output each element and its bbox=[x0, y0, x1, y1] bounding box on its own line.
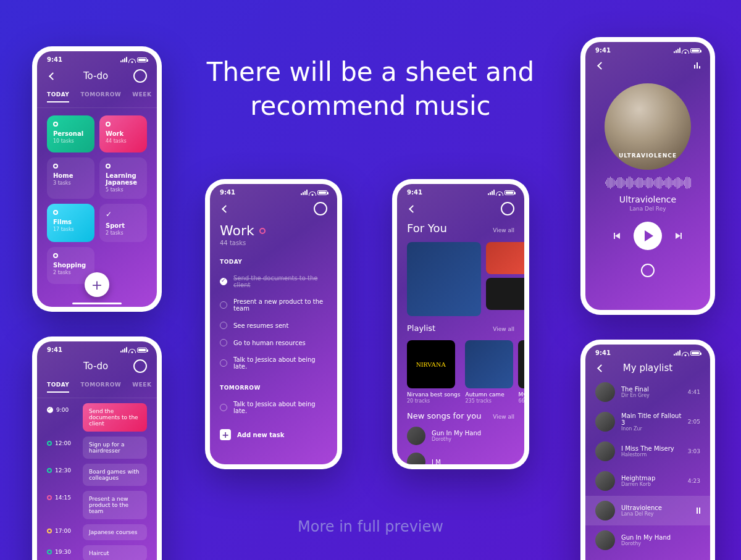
song-artist: Dorothy bbox=[432, 437, 514, 442]
category-card[interactable]: Home3 tasks bbox=[47, 157, 94, 199]
track-duration: 3:03 bbox=[688, 448, 700, 454]
timeline-row[interactable]: 9:00Send the documents to the client bbox=[47, 403, 147, 432]
checkbox-icon[interactable] bbox=[220, 322, 227, 329]
track-name: Main Title of Fallout 3 bbox=[621, 412, 682, 426]
checkbox-icon[interactable] bbox=[220, 339, 227, 346]
profile-button[interactable] bbox=[133, 359, 147, 373]
tab-today[interactable]: TODAY bbox=[47, 91, 69, 102]
album-art[interactable]: ULTRAVIOLENCE bbox=[605, 83, 691, 170]
category-card[interactable]: Work44 tasks bbox=[99, 115, 147, 153]
time-label: 17:00 bbox=[55, 528, 71, 534]
timeline-row[interactable]: 14:15Present a new product to the team bbox=[47, 491, 147, 519]
tab-today[interactable]: TODAY bbox=[47, 382, 69, 393]
status-dot-icon bbox=[47, 495, 52, 500]
status-bar: 9:41 bbox=[397, 184, 524, 198]
task-card[interactable]: Send the documents to the client bbox=[83, 403, 147, 432]
track-title: Ultraviolence bbox=[585, 194, 710, 204]
tab-tomorrow[interactable]: TOMORROW bbox=[80, 382, 121, 393]
profile-button[interactable] bbox=[501, 202, 514, 215]
profile-button[interactable] bbox=[133, 69, 147, 83]
add-task-button[interactable]: +Add new task bbox=[210, 419, 337, 450]
tabs: TODAY TOMORROW WEEK bbox=[37, 86, 157, 108]
task-card[interactable]: Present a new product to the team bbox=[83, 491, 147, 519]
task-item[interactable]: Present a new product to the team bbox=[220, 293, 327, 317]
work-subtitle: 44 tasks bbox=[220, 240, 327, 246]
task-card[interactable]: Board games with colleagues bbox=[83, 464, 147, 486]
task-item[interactable]: Talk to Jessica about being late. bbox=[220, 351, 327, 375]
waveform[interactable] bbox=[585, 176, 710, 190]
timeline-row[interactable]: 19:30Haircut bbox=[47, 545, 147, 560]
for-you-title: For You bbox=[407, 222, 447, 235]
playlist-card[interactable]: Autumn came235 tracks bbox=[465, 340, 513, 404]
task-item[interactable]: Send the documents to the client bbox=[220, 270, 327, 293]
view-all-link[interactable]: View all bbox=[493, 414, 514, 420]
category-count: 44 tasks bbox=[106, 138, 141, 144]
phone-todo-categories: 9:41 To-do TODAY TOMORROW WEEK Personal1… bbox=[32, 46, 162, 312]
category-card[interactable]: ✓Sport2 tasks bbox=[99, 204, 147, 242]
phone-player: 9:41 ULTRAVIOLENCE Ultraviolence Lana De… bbox=[580, 37, 715, 315]
timeline-row[interactable]: 12:30Board games with colleagues bbox=[47, 464, 147, 486]
tab-tomorrow[interactable]: TOMORROW bbox=[80, 91, 121, 102]
back-button[interactable] bbox=[220, 203, 231, 214]
record-button[interactable] bbox=[641, 264, 655, 277]
checkbox-icon[interactable] bbox=[220, 301, 227, 309]
checkbox-icon[interactable] bbox=[220, 404, 227, 411]
playlist-item[interactable]: Gun In My HandDorothy bbox=[585, 525, 710, 555]
category-card[interactable]: Learning Japanese5 tasks bbox=[99, 157, 147, 199]
play-button[interactable] bbox=[634, 222, 662, 250]
playlist-card[interactable]: Mys66 t bbox=[518, 340, 524, 404]
phone-todo-timeline: 9:41 To-do TODAY TOMORROW WEEK 9:00Send … bbox=[32, 336, 162, 560]
track-thumb bbox=[595, 382, 615, 402]
back-button[interactable] bbox=[595, 60, 606, 71]
task-card[interactable]: Haircut bbox=[83, 545, 147, 560]
battery-icon bbox=[137, 57, 147, 62]
playlist-item[interactable]: UltraviolenceLana Del Rey bbox=[585, 496, 710, 525]
playlist-item[interactable]: I Miss The MiseryHalestorm3:03 bbox=[585, 437, 710, 466]
song-row[interactable]: Gun In My HandDorothy bbox=[397, 423, 524, 449]
playlist-title: My playlist bbox=[623, 362, 672, 374]
album-card[interactable] bbox=[407, 242, 481, 316]
category-card[interactable]: Films17 tasks bbox=[47, 204, 94, 242]
album-card[interactable] bbox=[486, 242, 524, 316]
next-button[interactable] bbox=[676, 233, 682, 239]
playlist-item[interactable]: Main Title of Fallout 3Inon Zur2:05 bbox=[585, 407, 710, 437]
back-button[interactable] bbox=[47, 70, 58, 81]
playlist-item[interactable]: The FinalDir En Grey4:41 bbox=[585, 377, 710, 407]
view-all-link[interactable]: View all bbox=[493, 326, 514, 332]
category-dot-icon bbox=[53, 122, 58, 127]
view-all-link[interactable]: View all bbox=[493, 227, 514, 233]
task-text: Talk to Jessica about being late. bbox=[233, 401, 327, 414]
timeline-row[interactable]: 17:00Japanese courses bbox=[47, 524, 147, 540]
task-item[interactable]: Talk to Jessica about being late. bbox=[220, 396, 327, 419]
tomorrow-label: TOMORROW bbox=[210, 375, 337, 396]
timeline-row[interactable]: 12:00Sign up for a hairdresser bbox=[47, 437, 147, 459]
back-button[interactable] bbox=[595, 362, 606, 374]
signal-icon bbox=[120, 347, 127, 353]
tab-week[interactable]: WEEK bbox=[132, 382, 151, 393]
checkbox-icon[interactable] bbox=[220, 359, 227, 367]
home-indicator[interactable] bbox=[72, 303, 122, 304]
playlist-sub: 20 tracks bbox=[407, 398, 460, 404]
category-dot-icon bbox=[53, 210, 58, 215]
task-item[interactable]: Go to human resources bbox=[220, 334, 327, 351]
back-button[interactable] bbox=[407, 203, 418, 214]
profile-button[interactable] bbox=[314, 202, 327, 215]
checkbox-icon[interactable] bbox=[220, 278, 227, 285]
equalizer-icon[interactable] bbox=[694, 62, 700, 69]
task-card[interactable]: Sign up for a hairdresser bbox=[83, 437, 147, 459]
task-text: Go to human resources bbox=[233, 340, 306, 346]
add-button[interactable]: + bbox=[85, 272, 109, 297]
category-card[interactable]: Personal10 tasks bbox=[47, 115, 94, 153]
playlist-card[interactable]: NIRVANANirvana best songs20 tracks bbox=[407, 340, 460, 404]
status-dot-icon bbox=[47, 468, 52, 473]
playlist-item[interactable]: HeightmapDarren Korb4:23 bbox=[585, 466, 710, 496]
time-label: 9:00 bbox=[56, 407, 69, 413]
song-row[interactable]: I M bbox=[397, 449, 524, 464]
battery-icon bbox=[317, 190, 327, 195]
playlist-item[interactable]: Ultraviolence bbox=[585, 555, 710, 560]
task-card[interactable]: Japanese courses bbox=[83, 524, 147, 540]
tab-week[interactable]: WEEK bbox=[132, 91, 151, 102]
task-item[interactable]: See resumes sent bbox=[220, 317, 327, 334]
previous-button[interactable] bbox=[614, 233, 620, 239]
pause-icon[interactable] bbox=[697, 508, 700, 514]
